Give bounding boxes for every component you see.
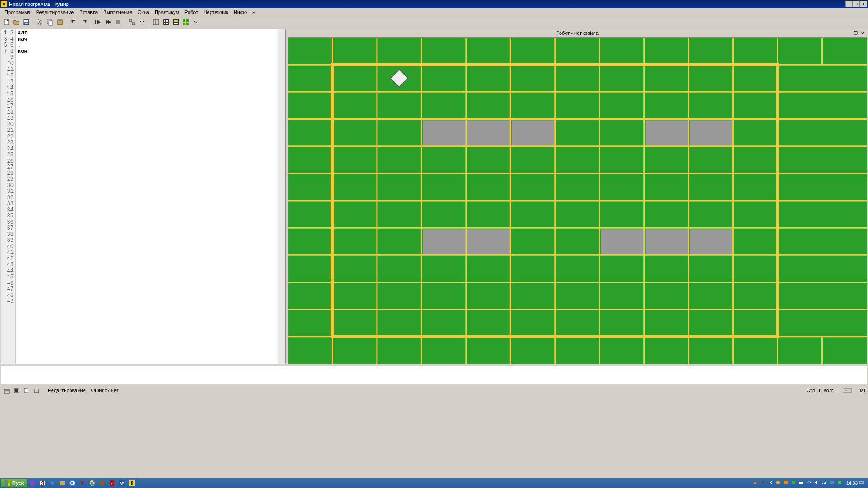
step-over-button[interactable] (137, 18, 146, 27)
menu-item-3[interactable]: Выполнение (100, 9, 135, 16)
tray-icon[interactable] (752, 480, 759, 486)
svg-rect-20 (166, 23, 168, 24)
svg-rect-107 (4, 389, 9, 393)
window-layout-3-button[interactable] (171, 18, 180, 27)
svg-rect-14 (153, 19, 159, 25)
close-button[interactable]: ✕ (860, 1, 867, 7)
taskbar-app-kumir[interactable]: К (127, 479, 137, 487)
copy-button[interactable] (46, 18, 55, 27)
taskbar-app-6[interactable]: Y (78, 479, 87, 487)
tray-icon[interactable] (791, 480, 797, 486)
svg-text:Y: Y (80, 480, 84, 486)
taskbar-app-4[interactable] (58, 479, 67, 487)
svg-rect-146 (830, 481, 834, 484)
svg-rect-28 (423, 121, 465, 146)
titlebar: К Новая программа - Кумир _ □ ✕ (0, 0, 868, 8)
robot-field-button[interactable] (181, 18, 190, 27)
separator-icon (149, 18, 149, 26)
app-icon: К (1, 1, 7, 7)
menu-item-8[interactable]: Инфо (231, 9, 250, 16)
console[interactable] (1, 366, 867, 384)
menu-item-4[interactable]: Окна (135, 9, 152, 16)
robot-field[interactable] (288, 37, 867, 364)
save-file-button[interactable] (22, 18, 31, 27)
minimize-button[interactable]: _ (845, 1, 853, 7)
menu-item-5[interactable]: Практикум (152, 9, 182, 16)
tray-icon[interactable] (859, 480, 865, 486)
tray-icon[interactable] (806, 480, 812, 486)
taskbar-app-7[interactable] (88, 479, 97, 487)
tray-icon[interactable] (829, 480, 835, 486)
status-icon-1[interactable] (3, 386, 11, 394)
svg-rect-31 (646, 121, 688, 146)
maximize-button[interactable]: □ (853, 1, 860, 7)
taskbar-app-1[interactable] (28, 479, 37, 487)
taskbar-app-8[interactable] (98, 479, 107, 487)
status-icon-2[interactable] (13, 386, 21, 394)
tray-icon[interactable]: Y (760, 480, 766, 486)
code-editor[interactable]: алг нач . кон (16, 29, 278, 364)
svg-rect-119 (5, 483, 7, 486)
menu-item-7[interactable]: Чертежник (201, 9, 231, 16)
window-layout-1-button[interactable] (151, 18, 160, 27)
undo-button[interactable] (70, 18, 79, 27)
taskbar-app-3[interactable] (48, 479, 57, 487)
svg-text:W: W (120, 481, 124, 486)
taskbar-app-9[interactable]: A (108, 479, 117, 487)
svg-rect-22 (174, 20, 178, 22)
svg-rect-144 (824, 483, 825, 484)
stop-button[interactable] (113, 18, 123, 27)
tray-icon[interactable] (775, 480, 782, 486)
taskbar-app-10[interactable]: W (118, 479, 127, 487)
taskbar-app-2[interactable]: Я (38, 479, 47, 487)
menubar: ПрограммаРедактированиеВставкаВыполнение… (0, 8, 868, 16)
robot-maximize-button[interactable]: ❐ (852, 30, 859, 36)
menu-item-2[interactable]: Вставка (76, 9, 100, 16)
tray-network-icon[interactable] (821, 480, 828, 486)
more-button[interactable] (191, 18, 200, 27)
robot-pane: Робот - нет файла ❐ ✕ (288, 29, 867, 364)
start-button[interactable]: Пуск (1, 479, 27, 487)
svg-rect-7 (49, 21, 52, 25)
separator-icon (125, 18, 125, 26)
menu-item-6[interactable]: Робот (182, 9, 201, 16)
menu-item-9[interactable]: » (250, 9, 258, 16)
new-file-button[interactable] (2, 18, 11, 27)
step-into-button[interactable] (127, 18, 137, 27)
svg-text:A: A (111, 482, 114, 486)
tray-clock[interactable]: 14:33 (846, 481, 858, 486)
tray-icon[interactable] (837, 480, 843, 486)
robot-close-button[interactable]: ✕ (859, 30, 866, 36)
svg-rect-124 (60, 481, 65, 485)
svg-text:Y: Y (761, 480, 764, 485)
tray-icon[interactable] (768, 480, 774, 486)
run-step-button[interactable] (94, 18, 103, 27)
taskbar-app-5[interactable] (68, 479, 77, 487)
svg-rect-3 (25, 23, 28, 24)
tray-icon[interactable] (798, 480, 805, 486)
svg-rect-142 (799, 482, 803, 484)
svg-point-121 (30, 480, 35, 486)
status-icon-3[interactable] (23, 386, 31, 394)
svg-point-139 (776, 481, 780, 484)
svg-point-111 (28, 391, 28, 392)
menu-item-0[interactable]: Программа (2, 9, 33, 16)
tray-volume-icon[interactable] (814, 480, 820, 486)
vertical-scrollbar[interactable] (278, 29, 285, 364)
status-errors: Ошибок нет (91, 388, 119, 393)
svg-rect-32 (690, 121, 732, 146)
svg-rect-145 (825, 482, 826, 484)
tray-icon[interactable] (783, 480, 789, 486)
run-button[interactable] (104, 18, 113, 27)
line-gutter: 1 2 3 4 5 6 7 8 9 10 11 12 13 14 15 16 1… (1, 29, 16, 364)
svg-point-147 (838, 481, 841, 484)
svg-rect-13 (132, 23, 135, 25)
status-icon-4[interactable] (33, 386, 41, 394)
open-file-button[interactable] (12, 18, 21, 27)
window-layout-2-button[interactable] (161, 18, 170, 27)
menu-item-1[interactable]: Редактирование (33, 9, 77, 16)
redo-button[interactable] (80, 18, 89, 27)
cut-button[interactable] (36, 18, 45, 27)
status-lang: lat (860, 388, 865, 393)
paste-button[interactable] (56, 18, 65, 27)
